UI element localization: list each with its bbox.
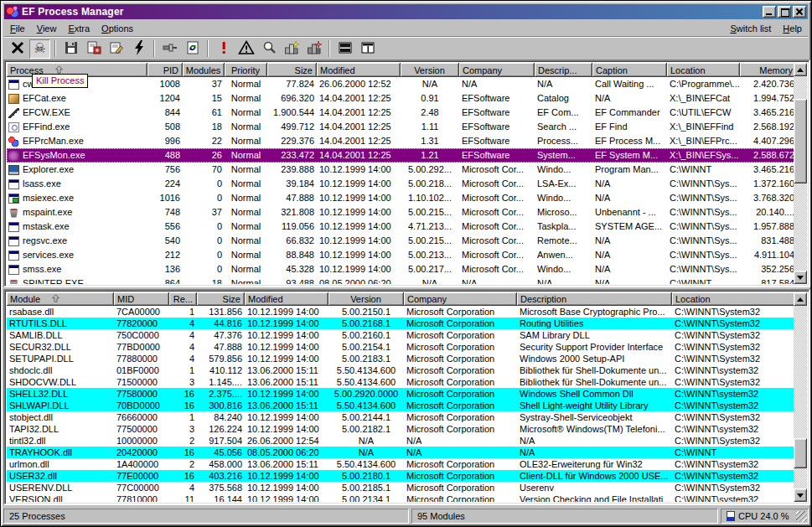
column-header-descrip[interactable]: Descrip...	[535, 63, 592, 77]
warning-button[interactable]	[235, 39, 256, 59]
process-row[interactable]: EFSysMon.exe48826Normal233.47214.04.2001…	[7, 148, 797, 163]
horizontal-layout-button[interactable]	[334, 39, 355, 59]
module-row[interactable]: USER32.dll77E0000016403.21610.12.1999 14…	[7, 470, 797, 482]
module-row[interactable]: USERENV.DLL77C000004375.56810.12.1999 14…	[7, 482, 797, 493]
column-header-size[interactable]: Size	[267, 63, 317, 77]
process-scrollbar[interactable]	[794, 63, 807, 284]
scroll-down-button[interactable]	[794, 488, 807, 502]
column-header-mid[interactable]: MID	[114, 292, 169, 306]
module-row[interactable]: rsabase.dll7CA000001131.85610.12.1999 14…	[7, 306, 797, 318]
column-header-memory[interactable]: Memory	[740, 63, 797, 77]
search-button[interactable]	[258, 39, 279, 59]
maximize-button[interactable]	[778, 6, 791, 18]
module-cell-refs: 2	[169, 435, 197, 447]
column-header-company[interactable]: Company	[404, 292, 517, 306]
kill-process-button[interactable]: ☠	[29, 39, 50, 59]
vertical-layout-button[interactable]	[357, 39, 378, 59]
properties-button[interactable]	[106, 39, 127, 59]
column-header-location[interactable]: Location	[672, 292, 797, 306]
menu-item-file[interactable]: File	[4, 22, 31, 35]
process-row[interactable]: msiexec.exe10160Normal47.88810.12.1999 1…	[7, 191, 797, 205]
minimize-button[interactable]	[763, 6, 776, 18]
module-row[interactable]: stobject.dll76660000184.24010.12.1999 14…	[7, 411, 797, 423]
module-cell-module: SETUPAPI.DLL	[7, 353, 114, 364]
column-header-caption[interactable]: Caption	[592, 63, 667, 77]
end-process-button[interactable]	[7, 39, 28, 59]
column-label: MID	[117, 294, 134, 304]
column-header-module[interactable]: Module	[7, 292, 114, 306]
process-row[interactable]: lsass.exe2240Normal39.18410.12.1999 14:0…	[7, 177, 797, 191]
process-name: EFSysMon.exe	[23, 148, 85, 163]
module-row[interactable]: TRAYHOOK.dll204200001645.05608.05.2000 0…	[7, 447, 797, 458]
find-module-button[interactable]	[281, 39, 302, 59]
process-row[interactable]: regsvc.exe5400Normal66.83210.12.1999 14:…	[7, 234, 797, 248]
save-button[interactable]	[60, 39, 81, 59]
export-button[interactable]	[83, 39, 104, 59]
process-cell-description: Windo...	[535, 163, 592, 177]
column-header-modified[interactable]: Modified	[317, 63, 401, 77]
module-cell-version: 5.00.2150.1	[328, 306, 404, 318]
column-header-version[interactable]: Version	[328, 292, 404, 306]
column-label: Memory	[759, 65, 793, 75]
column-header-location[interactable]: Location	[667, 63, 740, 77]
module-row[interactable]: shdoclc.dll01BF00001410.11213.06.2000 15…	[7, 364, 797, 376]
module-row[interactable]: SAMLIB.DLL750C0000447.37610.12.1999 14:0…	[7, 329, 797, 341]
module-cell-location: C:\WINNT\System32	[672, 411, 797, 423]
menu-item-options[interactable]: Options	[96, 22, 139, 35]
scroll-thumb[interactable]	[794, 438, 807, 468]
priority-button[interactable]	[128, 39, 149, 59]
column-header-pid[interactable]: PID	[147, 63, 183, 77]
column-header-size[interactable]: Size	[197, 292, 245, 306]
menu-item-help[interactable]: Help	[777, 22, 808, 35]
column-header-version[interactable]: Version	[401, 63, 459, 77]
module-row[interactable]: RTUTILS.DLL77820000444.81610.12.1999 14:…	[7, 318, 797, 329]
toolbar-separator	[207, 40, 209, 57]
module-cell-refs: 16	[169, 388, 197, 400]
scroll-down-button[interactable]	[794, 271, 807, 284]
module-row[interactable]: VERSION.dll778100001116.14410.12.1999 14…	[7, 493, 797, 502]
module-row[interactable]: TAPI32.DLL775000003126.22410.12.1999 14:…	[7, 423, 797, 435]
process-cell-size: 321.808	[267, 205, 317, 220]
module-scrollbar[interactable]	[794, 292, 807, 502]
process-row[interactable]: mstask.exe5560Normal119.05610.12.1999 14…	[7, 220, 797, 234]
menu-item-switch-list[interactable]: Switch list	[724, 22, 777, 35]
process-row[interactable]: Explorer.exe75670Normal239.88810.12.1999…	[7, 163, 797, 177]
module-row[interactable]: urlmon.dll1A4000002458.00013.06.2000 15:…	[7, 458, 797, 470]
module-row[interactable]: SECUR32.DLL77BD0000447.88810.12.1999 14:…	[7, 341, 797, 353]
process-row[interactable]: EFPrcMan.exe99622Normal229.37614.04.2001…	[7, 134, 797, 148]
module-row[interactable]: SHELL32.DLL77580000162.375....10.12.1999…	[7, 388, 797, 400]
close-button[interactable]	[793, 6, 806, 18]
process-row[interactable]: cw100837Normal77.82426.06.2000 12:52N/AN…	[7, 77, 797, 91]
menu-item-extra[interactable]: Extra	[62, 22, 96, 35]
process-cell-version: N/A	[401, 77, 459, 91]
alert-button[interactable]	[213, 39, 234, 59]
column-header-priority[interactable]: Priority	[225, 63, 267, 77]
module-cell-size: 84.240	[197, 411, 245, 423]
resize-grip[interactable]	[796, 511, 807, 522]
process-row[interactable]: mspaint.exe74837Normal321.80810.12.1999 …	[7, 205, 797, 220]
process-row[interactable]: EFCW.EXE84461Normal1.900.54414.04.2001 1…	[7, 106, 797, 120]
scroll-up-button[interactable]	[794, 292, 807, 306]
process-row[interactable]: EFCat.exe120415Normal696.32014.04.2001 1…	[7, 91, 797, 106]
column-label: Location	[670, 65, 706, 75]
column-header-modules[interactable]: Modules	[183, 63, 225, 77]
always-on-top-button[interactable]	[159, 39, 180, 59]
module-row[interactable]: SHDOCVW.DLL7150000031.145....13.06.2000 …	[7, 376, 797, 388]
process-row[interactable]: EFFind.exe50818Normal499.71214.04.2001 1…	[7, 120, 797, 134]
column-header-modified[interactable]: Modified	[245, 292, 328, 306]
process-row[interactable]: services.exe2120Normal88.84810.12.1999 1…	[7, 248, 797, 262]
column-header-re[interactable]: Re...	[169, 292, 197, 306]
scroll-up-button[interactable]	[794, 63, 807, 76]
column-header-description[interactable]: Description	[517, 292, 672, 306]
refresh-button[interactable]	[182, 39, 203, 59]
process-name-cell: Explorer.exe	[7, 163, 147, 177]
delete-module-button[interactable]	[303, 39, 324, 59]
process-row[interactable]: smss.exe1360Normal45.32810.12.1999 14:00…	[7, 262, 797, 276]
menu-item-view[interactable]: View	[31, 22, 63, 35]
module-row[interactable]: SETUPAPI.DLL778800004579.85610.12.1999 1…	[7, 353, 797, 364]
column-header-company[interactable]: Company	[459, 63, 535, 77]
scroll-thumb[interactable]	[794, 99, 807, 183]
process-row[interactable]: SPINTER.EXE86418Normal93.48808.05.2000 0…	[7, 276, 797, 284]
module-row[interactable]: SHLWAPI.DLL70BD000016300.81613.06.2000 1…	[7, 400, 797, 411]
module-row[interactable]: tintl32.dll100000002917.50426.06.2000 12…	[7, 435, 797, 447]
